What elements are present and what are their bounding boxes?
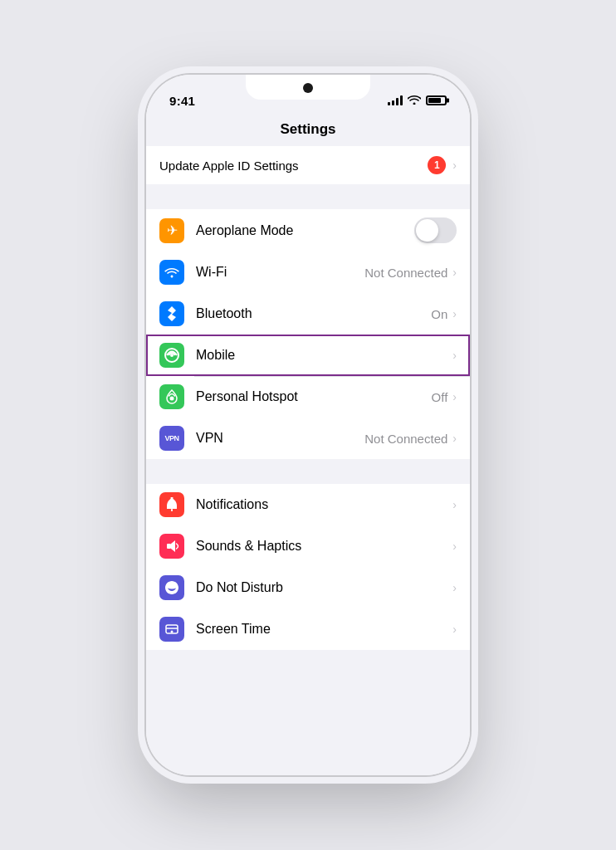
notifications-label: Notifications <box>196 497 452 512</box>
mobile-icon <box>159 343 184 368</box>
mobile-label: Mobile <box>196 348 452 363</box>
battery-icon <box>426 95 447 105</box>
hotspot-row[interactable]: Personal Hotspot Off › <box>146 376 470 418</box>
wifi-row[interactable]: Wi-Fi Not Connected › <box>146 252 470 293</box>
sounds-label: Sounds & Haptics <box>196 539 452 554</box>
svg-point-2 <box>170 397 174 401</box>
screentime-row[interactable]: Screen Time › <box>146 608 470 650</box>
aeroplane-row[interactable]: ✈ Aeroplane Mode <box>146 209 470 252</box>
connectivity-group: ✈ Aeroplane Mode Wi-Fi Not Connected › <box>146 209 470 459</box>
banner-right: 1 › <box>428 156 457 174</box>
sounds-chevron: › <box>452 540 457 553</box>
bluetooth-label: Bluetooth <box>196 306 431 321</box>
wifi-label: Wi-Fi <box>196 265 364 280</box>
vpn-row[interactable]: VPN VPN Not Connected › <box>146 418 470 459</box>
sounds-row[interactable]: Sounds & Haptics › <box>146 525 470 567</box>
hotspot-value: Off <box>432 390 448 404</box>
wifi-icon <box>159 260 184 285</box>
aeroplane-toggle[interactable] <box>414 217 457 243</box>
vpn-value: Not Connected <box>364 432 447 446</box>
notifications-icon <box>159 492 184 517</box>
hotspot-icon <box>159 384 184 409</box>
aeroplane-label: Aeroplane Mode <box>196 223 414 238</box>
screentime-chevron: › <box>452 623 457 636</box>
page-title: Settings <box>280 121 335 137</box>
bluetooth-icon <box>159 301 184 326</box>
vpn-label: VPN <box>196 431 364 446</box>
separator-1 <box>146 184 470 209</box>
mobile-chevron: › <box>452 349 457 362</box>
svg-rect-5 <box>167 544 171 549</box>
donotdisturb-chevron: › <box>452 581 457 594</box>
notifications-chevron: › <box>452 498 457 511</box>
screentime-label: Screen Time <box>196 622 452 637</box>
wifi-chevron: › <box>452 266 457 279</box>
wifi-status-icon <box>408 95 421 107</box>
bluetooth-value: On <box>431 307 447 321</box>
vpn-icon: VPN <box>159 426 184 451</box>
system-group: Notifications › Sounds & Haptics › <box>146 484 470 650</box>
phone-notch <box>246 75 370 100</box>
sounds-icon <box>159 534 184 559</box>
phone-frame: 9:41 Settings Update <box>146 75 470 775</box>
donotdisturb-icon <box>159 575 184 600</box>
notification-badge: 1 <box>428 156 446 174</box>
svg-rect-3 <box>171 509 173 511</box>
hotspot-chevron: › <box>452 390 457 403</box>
svg-point-1 <box>170 354 174 357</box>
mobile-row[interactable]: Mobile › <box>146 335 470 376</box>
screentime-icon <box>159 617 184 642</box>
banner-chevron: › <box>452 159 457 172</box>
notifications-row[interactable]: Notifications › <box>146 484 470 525</box>
separator-2 <box>146 459 470 484</box>
banner-row[interactable]: Update Apple ID Settings 1 › <box>146 146 470 184</box>
donotdisturb-row[interactable]: Do Not Disturb › <box>146 567 470 608</box>
banner-text: Update Apple ID Settings <box>159 159 299 173</box>
banner-section: Update Apple ID Settings 1 › <box>146 146 470 184</box>
bluetooth-row[interactable]: Bluetooth On › <box>146 293 470 335</box>
wifi-value: Not Connected <box>364 266 447 280</box>
status-icons <box>388 95 447 107</box>
vpn-chevron: › <box>452 432 457 445</box>
screen-content: Settings Update Apple ID Settings 1 › ✈ … <box>146 115 470 775</box>
nav-header: Settings <box>146 115 470 146</box>
donotdisturb-label: Do Not Disturb <box>196 580 452 595</box>
aeroplane-icon: ✈ <box>159 218 184 243</box>
bluetooth-chevron: › <box>452 307 457 320</box>
hotspot-label: Personal Hotspot <box>196 389 432 404</box>
status-time: 9:41 <box>169 94 195 108</box>
signal-icon <box>388 95 403 105</box>
svg-point-8 <box>171 631 174 633</box>
